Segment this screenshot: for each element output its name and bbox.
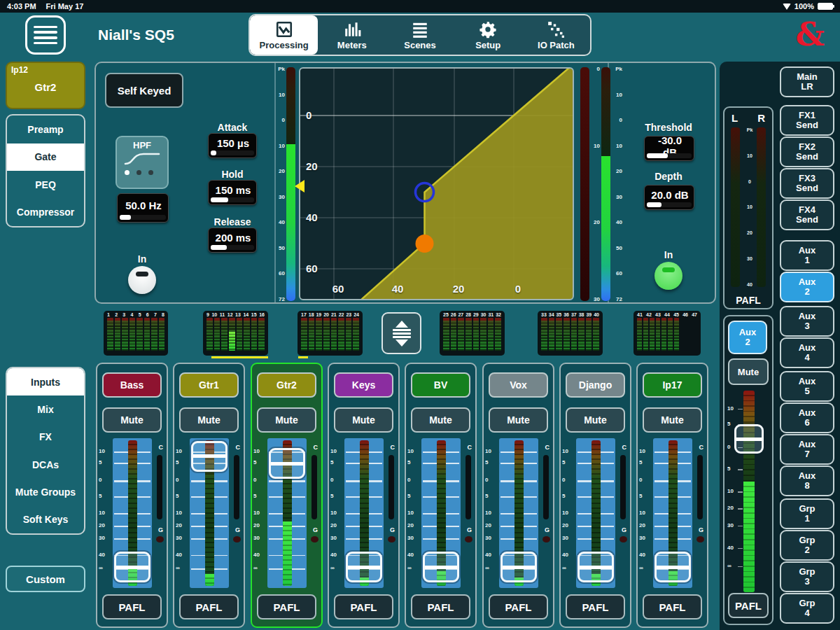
- param-box-threshold[interactable]: -30.0 dB: [644, 136, 694, 161]
- mix-button-aux-2[interactable]: Aux 2: [780, 272, 834, 302]
- gate-graph[interactable]: [299, 67, 574, 300]
- mix-button-aux-4[interactable]: Aux 4: [780, 337, 834, 368]
- hpf-freq-box[interactable]: 50.0 Hz: [117, 193, 169, 223]
- gate-in-button[interactable]: [128, 266, 156, 294]
- fader-cap[interactable]: [191, 441, 227, 472]
- mute-button[interactable]: Mute: [179, 407, 239, 433]
- pafl-button[interactable]: PAFL: [334, 594, 393, 620]
- mix-button-main-lr[interactable]: Main LR: [780, 66, 834, 97]
- mix-button-fx1-send[interactable]: FX1 Send: [780, 105, 834, 136]
- pafl-button[interactable]: PAFL: [489, 594, 548, 620]
- fader-scale-tick: 0: [485, 477, 498, 483]
- tab-scenes[interactable]: Scenes: [386, 15, 454, 55]
- meter-bank-group[interactable]: 1718192021222324: [298, 311, 363, 356]
- mix-button-aux-1[interactable]: Aux 1: [780, 240, 834, 271]
- proc-nav-peq[interactable]: PEQ: [7, 171, 84, 199]
- channel-name-button[interactable]: Bass: [102, 372, 162, 398]
- mute-button[interactable]: Mute: [411, 407, 470, 433]
- bank-scroll-button[interactable]: [382, 312, 421, 354]
- bank-nav-inputs[interactable]: Inputs: [7, 368, 84, 396]
- mute-button[interactable]: Mute: [257, 407, 316, 433]
- bank-nav-soft-keys[interactable]: Soft Keys: [7, 506, 84, 533]
- depth-handle[interactable]: [416, 234, 434, 253]
- master-fader-cap[interactable]: [734, 424, 764, 454]
- selected-channel-button[interactable]: Ip12 Gtr2: [6, 62, 85, 109]
- fader-scale-tick: 40: [639, 552, 652, 558]
- mix-button-grp-3[interactable]: Grp 3: [780, 561, 834, 592]
- fader-cap[interactable]: [114, 552, 150, 582]
- bank-nav-fx[interactable]: FX: [7, 424, 84, 451]
- pafl-button[interactable]: PAFL: [257, 594, 316, 620]
- channel-name-button[interactable]: BV: [411, 372, 470, 398]
- mini-channel-meter: [564, 318, 570, 351]
- mix-button-fx3-send[interactable]: FX3 Send: [780, 168, 834, 199]
- scale-tick: 50: [279, 245, 285, 251]
- meter-bank-group[interactable]: 12345678: [104, 311, 168, 356]
- channel-name-button[interactable]: Ip17: [643, 372, 702, 398]
- mix-button-aux-3[interactable]: Aux 3: [780, 306, 834, 337]
- mix-button-fx2-send[interactable]: FX2 Send: [780, 136, 834, 167]
- mute-button[interactable]: Mute: [334, 407, 393, 433]
- master-mute-button[interactable]: Mute: [728, 358, 769, 385]
- pafl-button[interactable]: PAFL: [102, 594, 162, 620]
- channel-name-button[interactable]: Gtr1: [179, 372, 239, 398]
- channel-name-button[interactable]: Keys: [334, 372, 393, 398]
- custom-layer-button[interactable]: Custom: [6, 566, 85, 592]
- mute-button[interactable]: Mute: [489, 407, 548, 433]
- mix-button-aux-5[interactable]: Aux 5: [780, 371, 834, 402]
- pafl-button[interactable]: PAFL: [643, 594, 702, 620]
- mix-button-aux-7[interactable]: Aux 7: [780, 434, 834, 465]
- fader-cap[interactable]: [654, 552, 691, 582]
- proc-nav-gate[interactable]: Gate: [7, 144, 84, 172]
- fader-cap[interactable]: [423, 552, 459, 582]
- meter-bank-group[interactable]: 2526272829303132: [440, 311, 505, 356]
- pafl-button[interactable]: PAFL: [566, 594, 625, 620]
- self-keyed-button[interactable]: Self Keyed: [105, 73, 183, 108]
- mix-button-grp-4[interactable]: Grp 4: [780, 593, 834, 624]
- channel-name-button[interactable]: Vox: [489, 372, 548, 398]
- mute-button[interactable]: Mute: [566, 407, 625, 433]
- tab-processing[interactable]: Processing: [250, 15, 318, 55]
- pafl-button[interactable]: PAFL: [179, 594, 239, 620]
- fader-cap[interactable]: [269, 448, 305, 479]
- master-mix-name[interactable]: Aux 2: [728, 321, 767, 354]
- mix-button-grp-2[interactable]: Grp 2: [780, 530, 834, 561]
- proc-nav-compressor[interactable]: Compressor: [7, 199, 84, 227]
- fader-cap[interactable]: [346, 552, 382, 582]
- proc-nav-preamp[interactable]: Preamp: [7, 115, 84, 144]
- mute-button[interactable]: Mute: [643, 407, 702, 433]
- param-box-depth[interactable]: 20.0 dB: [644, 185, 694, 210]
- fader-cap[interactable]: [578, 552, 614, 582]
- scale-tick: 20: [594, 219, 600, 225]
- meter-bank-group[interactable]: 41424344454647: [634, 311, 701, 356]
- param-box-hold[interactable]: 150 ms: [208, 180, 257, 205]
- tab-io-patch[interactable]: IO Patch: [522, 15, 590, 55]
- bank-channel-number: 10: [211, 312, 217, 317]
- menu-icon[interactable]: [25, 15, 66, 55]
- bank-channel-numbers: 3334353637383940: [538, 311, 603, 317]
- mix-button-grp-1[interactable]: Grp 1: [780, 498, 834, 529]
- fader-scale-tick: ∞: [639, 565, 652, 571]
- fader-cap[interactable]: [500, 552, 537, 582]
- tab-label: Meters: [337, 40, 367, 50]
- mix-button-aux-8[interactable]: Aux 8: [780, 465, 834, 496]
- meter-bank-group[interactable]: 910111213141516: [203, 311, 268, 356]
- bank-nav-dcas[interactable]: DCAs: [7, 451, 84, 478]
- hpf-widget[interactable]: HPF: [115, 136, 169, 189]
- param-box-attack[interactable]: 150 µs: [208, 133, 257, 158]
- gate-in-button-active[interactable]: [654, 262, 682, 290]
- bank-nav-mute-groups[interactable]: Mute Groups: [7, 478, 84, 505]
- mute-button[interactable]: Mute: [102, 407, 162, 433]
- pafl-button[interactable]: PAFL: [411, 594, 470, 620]
- channel-name-button[interactable]: Django: [566, 372, 625, 398]
- mix-button-aux-6[interactable]: Aux 6: [780, 402, 834, 433]
- tab-meters[interactable]: Meters: [318, 15, 386, 55]
- mix-button-fx4-send[interactable]: FX4 Send: [780, 200, 834, 230]
- channel-name-button[interactable]: Gtr2: [257, 372, 316, 398]
- tab-setup[interactable]: Setup: [454, 15, 522, 55]
- bank-nav-mix[interactable]: Mix: [7, 396, 84, 423]
- param-box-release[interactable]: 200 ms: [208, 227, 257, 253]
- master-pafl-button[interactable]: PAFL: [728, 593, 769, 618]
- gate-led: [156, 536, 164, 542]
- meter-bank-group[interactable]: 3334353637383940: [538, 311, 603, 356]
